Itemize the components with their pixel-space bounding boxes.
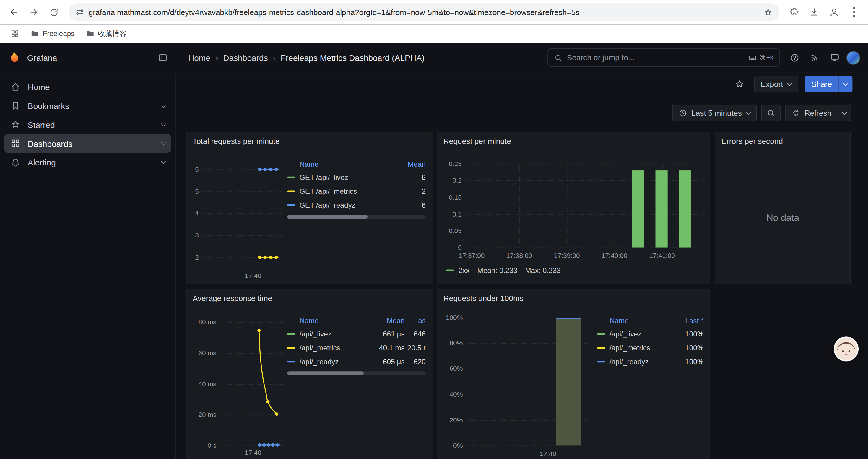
search-box[interactable]: ⌘+k [548, 48, 780, 67]
forward-button[interactable] [24, 3, 43, 22]
data-point [267, 444, 270, 447]
series-color-swatch [597, 333, 605, 335]
mega-menu-toggle-button[interactable] [158, 53, 168, 63]
favorite-dashboard-button[interactable] [732, 76, 747, 92]
panel-errors-per-second[interactable]: Errors per second No data [715, 132, 851, 285]
legend-row[interactable]: /api/_livez 661 µs 646 [287, 327, 426, 341]
legend-header: Name Mean [287, 157, 426, 170]
chevron-down-icon[interactable] [161, 102, 166, 107]
screen: Freeleaps 收藏博客 Grafana [0, 0, 868, 459]
chevron-down-icon[interactable] [161, 121, 166, 126]
search-input[interactable] [567, 53, 744, 62]
legend-header-last[interactable]: Las [405, 316, 426, 325]
series-mean: 605 µs [369, 357, 405, 366]
bookmark-label: 收藏博客 [98, 28, 126, 38]
display-tv-button[interactable] [826, 50, 842, 66]
legend-row[interactable]: /api/_metrics 100% [597, 341, 704, 355]
series-color-swatch [446, 270, 454, 271]
refresh-interval-dropdown[interactable] [838, 104, 851, 121]
bookmark-star-button[interactable] [764, 7, 773, 17]
breadcrumb-dashboards[interactable]: Dashboards [223, 53, 268, 62]
scrollbar-thumb[interactable] [287, 215, 368, 219]
topbar-icons [787, 50, 860, 66]
sidebar-item-bookmarks[interactable]: Bookmarks [4, 96, 171, 115]
sidebar-item-label: Home [28, 82, 50, 92]
series-color-swatch [597, 347, 605, 349]
legend-row[interactable]: /api/_metrics 40.1 ms 20.5 r [287, 341, 426, 355]
legend-row[interactable]: GET /api/_livez 6 [287, 170, 426, 184]
apps-grid-icon [11, 29, 20, 38]
legend-row[interactable]: GET /api/_readyz 6 [287, 198, 426, 212]
legend-scrollbar[interactable] [287, 371, 426, 375]
legend-row[interactable]: /api/_livez 100% [597, 327, 704, 341]
legend-header-name[interactable]: Name [287, 160, 398, 168]
series-name: GET /api/_livez [300, 173, 398, 182]
data-point [258, 444, 261, 447]
x-tick: 17:40 [234, 449, 272, 457]
user-avatar[interactable] [846, 51, 860, 64]
grafana-logo [8, 51, 21, 64]
apps-shortcut-button[interactable] [6, 27, 25, 40]
address-bar[interactable] [89, 8, 759, 17]
floating-assistant-avatar[interactable] [834, 336, 859, 361]
metrics-response-curve [222, 317, 283, 450]
scrollbar-thumb[interactable] [287, 371, 363, 375]
legend-scrollbar[interactable] [287, 215, 426, 219]
zoom-out-button[interactable] [761, 104, 780, 121]
panel-legend[interactable]: 2xx Mean: 0.233 Max: 0.233 [446, 266, 561, 274]
sidebar-item-alerting[interactable]: Alerting [4, 153, 171, 172]
share-dropdown-button[interactable] [839, 76, 852, 93]
site-settings-icon[interactable] [75, 8, 84, 17]
legend-row[interactable]: /api/_readyz 605 µs 620 [287, 355, 426, 369]
help-button[interactable] [787, 50, 803, 66]
legend-header-mean[interactable]: Mean [398, 160, 426, 168]
legend-row[interactable]: GET /api/_metrics 2 [287, 184, 426, 198]
series-color-swatch [287, 204, 295, 206]
no-data-message: No data [715, 213, 850, 224]
back-button[interactable] [4, 3, 23, 22]
legend-header-mean[interactable]: Mean [369, 316, 405, 325]
x-tick: 17:41:00 [643, 252, 681, 260]
bookmark-folder-blogs[interactable]: 收藏博客 [81, 26, 131, 41]
panel-title: Request per minute [443, 137, 511, 145]
export-button[interactable]: Export [754, 76, 798, 93]
legend-row[interactable]: /api/_readyz 100% [597, 355, 704, 369]
chevron-down-icon[interactable] [161, 158, 166, 164]
refresh-label: Refresh [804, 108, 831, 117]
series-color-swatch [287, 361, 295, 363]
panel-request-per-minute[interactable]: Request per minute 0.25 0.2 0.15 0.1 0.0… [437, 132, 710, 285]
reload-button[interactable] [44, 3, 63, 22]
extensions-button[interactable] [785, 3, 804, 22]
downloads-button[interactable] [805, 3, 824, 22]
panel-average-response-time[interactable]: Average response time 80 ms 60 ms 40 ms … [186, 289, 433, 459]
panel-total-requests-per-minute[interactable]: Total requests per minute 6 5 4 3 2 [186, 132, 433, 285]
legend-header-last[interactable]: Last * [676, 316, 704, 325]
bookmark-folder-freeleaps[interactable]: Freeleaps [25, 27, 80, 40]
y-tick: 60% [440, 365, 463, 372]
grafana-topbar: Grafana Home Dashboards Freeleaps Metric… [0, 43, 868, 72]
address-bar-container[interactable] [68, 3, 779, 21]
y-tick: 0.05 [440, 227, 462, 234]
y-tick: 0 [440, 243, 462, 251]
sidebar-item-dashboards[interactable]: Dashboards [4, 134, 171, 153]
panel-requests-under-100ms[interactable]: Requests under 100ms 100% 80% 60% 40% 20… [437, 289, 710, 459]
x-tick: 17:37:00 [452, 252, 491, 260]
share-button[interactable]: Share [805, 76, 839, 93]
refresh-button[interactable]: Refresh [785, 104, 838, 121]
news-rss-button[interactable] [807, 50, 823, 66]
legend-header-name[interactable]: Name [597, 316, 676, 325]
grafana-brand-title: Grafana [27, 53, 57, 62]
chevron-down-icon[interactable] [161, 139, 166, 145]
forward-icon [29, 7, 39, 17]
sidebar-item-starred[interactable]: Starred [4, 115, 171, 134]
avatar-illustration [835, 338, 858, 360]
legend-header-name[interactable]: Name [287, 316, 369, 325]
panel-legend: Name Mean Las /api/_livez 661 µs 646 /ap… [287, 314, 426, 375]
profile-button[interactable] [825, 3, 844, 22]
sidebar-item-label: Alerting [28, 157, 56, 167]
sidebar-item-home[interactable]: Home [4, 77, 171, 96]
time-range-picker[interactable]: Last 5 minutes [672, 104, 757, 121]
breadcrumb-home[interactable]: Home [188, 53, 210, 62]
browser-menu-button[interactable] [845, 3, 864, 22]
panel-title: Requests under 100ms [443, 294, 524, 303]
